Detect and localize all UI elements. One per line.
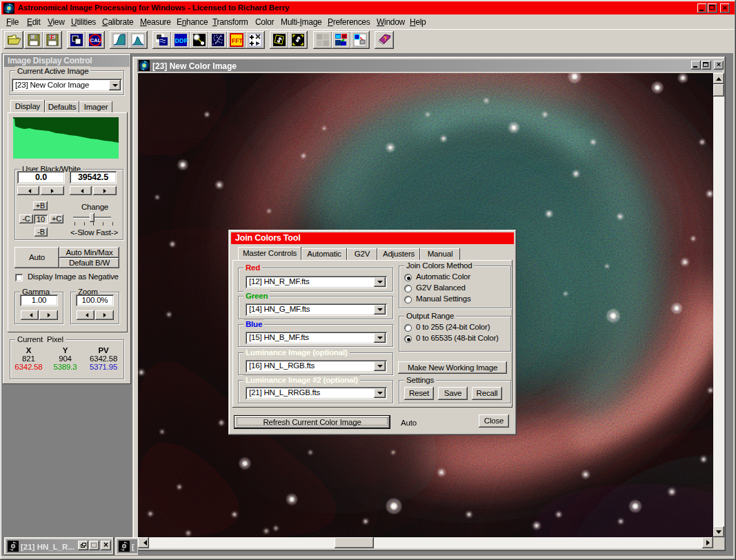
svg-text:CAL: CAL bbox=[90, 37, 101, 43]
svg-text:F: F bbox=[50, 34, 54, 41]
svg-text:FFT: FFT bbox=[232, 37, 243, 44]
svg-text:DDP: DDP bbox=[175, 37, 188, 44]
